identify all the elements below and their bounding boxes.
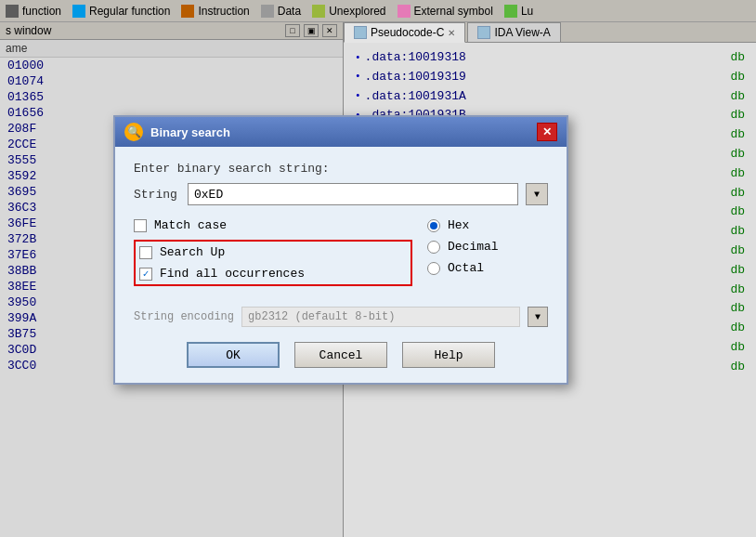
- options-section: Match case Search Up ✓ Find all occurre: [134, 218, 548, 294]
- octal-label: Octal: [448, 261, 484, 275]
- help-button[interactable]: Help: [402, 342, 495, 368]
- string-input-row: String ▼: [134, 183, 548, 205]
- dialog-prompt: Enter binary search string:: [134, 162, 548, 176]
- highlight-box: Search Up ✓ Find all occurrences: [134, 240, 412, 286]
- dialog-buttons: OK Cancel Help: [134, 342, 548, 368]
- decimal-label: Decimal: [448, 240, 499, 254]
- search-up-label: Search Up: [160, 245, 225, 259]
- string-input[interactable]: [188, 183, 518, 205]
- encoding-dropdown-button[interactable]: ▼: [528, 307, 548, 327]
- options-right: Hex Decimal Octal: [427, 218, 548, 294]
- match-case-label: Match case: [154, 218, 227, 232]
- find-all-row: ✓ Find all occurrences: [139, 267, 407, 281]
- dialog-icon: 🔍: [124, 123, 143, 141]
- hex-radio-row: Hex: [427, 218, 548, 232]
- decimal-radio-row: Decimal: [427, 240, 548, 254]
- match-case-row: Match case: [134, 218, 412, 232]
- search-up-checkbox[interactable]: [139, 246, 152, 259]
- dialog-close-button[interactable]: ✕: [537, 123, 557, 141]
- string-dropdown-button[interactable]: ▼: [526, 183, 548, 205]
- hex-label: Hex: [448, 218, 469, 232]
- modal-overlay: 🔍 Binary search ✕ Enter binary search st…: [0, 0, 756, 537]
- dialog-titlebar: 🔍 Binary search ✕: [115, 117, 567, 147]
- dialog-title-text: Binary search: [150, 125, 230, 139]
- checkmark-icon: ✓: [143, 268, 150, 280]
- dialog-title-left: 🔍 Binary search: [124, 123, 230, 141]
- ok-button[interactable]: OK: [187, 342, 280, 368]
- binary-search-dialog: 🔍 Binary search ✕ Enter binary search st…: [113, 115, 568, 385]
- dialog-body: Enter binary search string: String ▼ Mat…: [115, 147, 567, 383]
- cancel-button[interactable]: Cancel: [294, 342, 387, 368]
- match-case-checkbox[interactable]: [134, 219, 147, 232]
- hex-radio[interactable]: [427, 219, 440, 232]
- decimal-radio[interactable]: [427, 241, 440, 254]
- encoding-label: String encoding: [134, 310, 234, 323]
- options-left: Match case Search Up ✓ Find all occurre: [134, 218, 412, 294]
- find-all-checkbox[interactable]: ✓: [139, 268, 152, 281]
- search-up-row: Search Up: [139, 245, 407, 259]
- octal-radio-row: Octal: [427, 261, 548, 275]
- encoding-input: [241, 307, 520, 327]
- string-label: String: [134, 188, 180, 202]
- find-all-label: Find all occurrences: [160, 267, 305, 281]
- encoding-row: String encoding ▼: [134, 307, 548, 327]
- octal-radio[interactable]: [427, 262, 440, 275]
